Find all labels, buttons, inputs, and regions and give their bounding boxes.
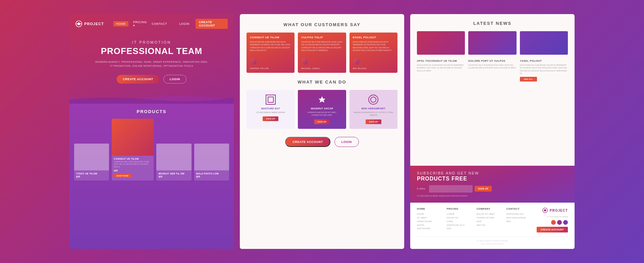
product-name-3: MOSEUT UER TIL OM	[158, 172, 189, 175]
testimonial-2: VULPOS TOLIP VULPATVE VELIT EOE MOLESTIE…	[298, 33, 346, 73]
service-icon-2	[317, 95, 327, 105]
news-image-3	[520, 31, 568, 55]
social-link-2[interactable]	[557, 220, 562, 225]
product-image-featured	[112, 119, 154, 156]
testimonial-title-2: VULPOS TOLIP	[301, 36, 342, 39]
news-item-3: YSSEL POLISOT DUS AUTEM VEL EUM IRIURE D…	[520, 59, 568, 82]
nav-create-account-button[interactable]: CREATE ACCOUNT	[196, 19, 228, 29]
nav-login[interactable]: LOGIN	[179, 22, 190, 25]
service-card-1: NOSTURD EUT UT WISI ENIM AD MINIM VENIAM…	[247, 90, 294, 129]
avatar-3	[353, 58, 360, 65]
testimonial-name-1: HARPER TAYLOR	[250, 67, 269, 69]
footer-company-item-4: SED DIA	[477, 223, 503, 227]
news-item-title-2: DOLORE PORT UT VULPOS	[468, 59, 516, 62]
panel2-actions: CREATE ACCOUNT LOGIN	[247, 137, 397, 147]
service-desc-3: MAGNA ALIQUAM ERAT VO- LUTPAT. UT WISI E…	[353, 111, 394, 117]
footer-create-account-button[interactable]: CREATE ACCOUNT	[537, 227, 568, 232]
products-title: PRODUCTS	[74, 109, 229, 114]
subscribe-section: SUBSCRIBE AND GET NEW PRODUCTS FREE E-MA…	[410, 166, 575, 203]
product-price-3: $25	[158, 175, 189, 178]
testimonial-name-2: MICHAEL JONES	[301, 67, 320, 69]
avatar-1	[250, 58, 257, 65]
product-card-4: NULA POSTO LOM $25	[194, 144, 229, 180]
product-card-featured: CONSEUT UE TILOM VULPATVE VELIT EOE MOLE…	[112, 119, 154, 180]
product-image-3	[156, 144, 191, 170]
customers-title: WHAT OUR CUSTOMERS SAY	[247, 22, 397, 27]
footer-pricing-item-2: DOLOR SIT	[447, 216, 473, 220]
hero-login-button[interactable]: LOGIN	[163, 75, 186, 84]
navbar: PROJECT HOME PRICING ▾ CONTACT LOGIN CRE…	[69, 14, 234, 34]
hero-buttons: CREATE ACCOUNT LOGIN	[79, 75, 224, 84]
footer-home-item-4: ADIPIS	[417, 223, 443, 227]
service-card-2: SEGERUT SOCOP LOREM IPSUM DOLOR SIT AMET…	[298, 90, 346, 129]
panel-news: LATEST NEWS UPOL TOCONSEUT UE TILOM DUS …	[410, 14, 575, 249]
news-images	[417, 31, 568, 55]
footer-contact-item-1: ADIPISCING EUT	[506, 212, 533, 216]
create-account-button[interactable]: CREATE ACCOUNT	[285, 137, 330, 147]
subscribe-subtitle: SUBSCRIBE AND GET NEW	[417, 171, 568, 175]
footer-copyright: UT WISI ENIM AD MINIM VENIAMDUS NOSTRUM …	[417, 240, 568, 246]
service-signup-button-2[interactable]: SIGN UP	[314, 119, 330, 124]
customers-section: WHAT OUR CUSTOMERS SAY CONSEUT UE TILOM …	[247, 22, 397, 73]
product-name-featured: CONSEUT UE TILOM	[114, 158, 152, 160]
footer-col-company: COMPANY DOLOR SIT AMET CONSECTETUER ADIP…	[477, 207, 503, 232]
service-desc-2: LOREM IPSUM DOLOR SIT AMET, CONSECTETUER…	[301, 111, 342, 117]
news-item-title-1: UPOL TOCONSEUT UE TILOM	[417, 59, 465, 62]
footer-col-contact: CONTACT ADIPISCING EUT SED DIAM NONUM SE…	[506, 207, 533, 232]
news-title: LATEST NEWS	[417, 21, 568, 26]
email-label: E-MAIL	[417, 188, 426, 190]
service-name-1: NOSTURD EUT	[261, 107, 280, 110]
footer-company-item-2: CONSECTETUER	[477, 216, 503, 220]
svg-point-1	[77, 22, 80, 25]
service-icon-3	[368, 95, 378, 105]
news-item-body-2: VULPATVE VELIT EOE MOLESTIE CONS; QUAT V…	[468, 64, 516, 69]
nav-pricing[interactable]: PRICING ▾	[133, 20, 147, 27]
testimonial-body-3: DUS AUTEM VEL EUM IRIURE DOLOR IN HENDRE…	[353, 41, 394, 52]
social-link-3[interactable]	[563, 220, 568, 225]
footer-contact-item-3: SED	[506, 220, 533, 223]
footer-home-item-1: IPSUM	[417, 212, 443, 216]
product-price-featured: $25	[114, 169, 152, 172]
hero-create-account-button[interactable]: CREATE ACCOUNT	[117, 75, 159, 84]
footer-col-home: HOME IPSUM SIT AMET HNSECTEUER ADIPIS 3A…	[417, 207, 443, 232]
login-button[interactable]: LOGIN	[334, 137, 359, 147]
subscribe-signup-button[interactable]: SIGN UP	[475, 186, 492, 192]
footer-logo-desc: UT WISI ENIM AD MINIM	[547, 215, 568, 218]
social-link-1[interactable]	[551, 220, 556, 225]
product-image-4	[194, 144, 229, 170]
see-all-button[interactable]: SEE ALL	[520, 77, 537, 82]
svg-marker-5	[319, 96, 325, 103]
avatar-2	[301, 58, 308, 65]
news-item-title-3: YSSEL POLISOT	[520, 59, 568, 62]
product-name-1: YTEUT UE TILOM	[76, 172, 107, 175]
email-input[interactable]	[429, 185, 473, 193]
service-signup-button-1[interactable]: SIGN UP	[263, 116, 278, 121]
footer-home-item-5: 3AM NONUM	[417, 227, 443, 230]
logo: PROJECT	[75, 20, 104, 27]
service-signup-button-3[interactable]: SIGN UP	[366, 119, 381, 124]
footer-home-item-3: HNSECTEUER	[417, 220, 443, 223]
svg-point-8	[544, 209, 546, 211]
product-card-3: MOSEUT UER TIL OM $25	[156, 144, 191, 180]
product-card-1: YTEUT UE TILOM $25	[74, 144, 109, 180]
panel-services: WHAT OUR CUSTOMERS SAY CONSEUT UE TILOM …	[240, 14, 404, 249]
testimonial-title-3: ESSEL POLISOT	[353, 36, 394, 39]
hero-subtitle: IT PROMOTION	[79, 40, 224, 44]
service-name-2: SEGERUT SOCOP	[311, 107, 333, 110]
footer-company-title: COMPANY	[477, 207, 503, 210]
nav-home[interactable]: HOME	[113, 21, 128, 27]
footer-socials	[551, 220, 568, 225]
footer-pricing-item-4: ADIPISCING ELIT	[447, 223, 473, 227]
subscribe-title: PRODUCTS FREE	[417, 176, 568, 182]
footer-home-item-2: SIT AMET	[417, 216, 443, 220]
testimonial-body-1: DUS AUTEM VEL EUM IRIURE DOLOR IN HENDRE…	[250, 41, 291, 52]
nav-contact[interactable]: CONTACT	[152, 22, 167, 25]
footer-pricing-title: PRICING	[447, 207, 473, 210]
shop-now-button[interactable]: SHOP NOW	[114, 174, 131, 178]
testimonial-body-2: VULPATVE VELIT EOE MOLESTIE CONS; QUAT V…	[301, 41, 342, 52]
products-section: PRODUCTS YTEUT UE TILOM $25 CONSEUT UE T…	[69, 104, 234, 249]
product-name-4: NULA POSTO LOM	[196, 172, 227, 175]
footer-home-title: HOME	[417, 207, 443, 210]
service-card-3: WISI VENIAMPORT MAGNA ALIQUAM ERAT VO- L…	[350, 90, 397, 129]
footer-brand-col: PROJECT UT WISI ENIM AD MINIM CREATE ACC…	[536, 207, 568, 232]
